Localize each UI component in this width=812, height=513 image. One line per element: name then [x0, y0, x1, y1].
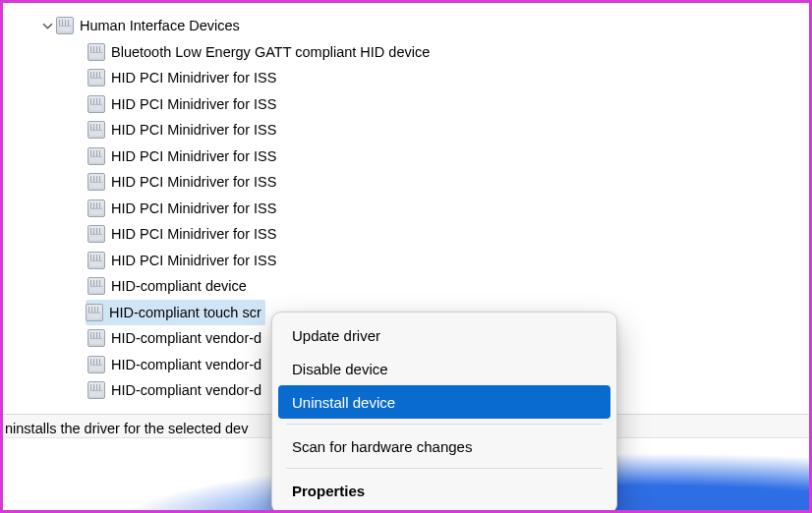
ctx-item-label: Disable device	[292, 361, 388, 377]
hid-device-icon	[87, 121, 105, 139]
ctx-separator	[286, 424, 603, 425]
hid-device-icon	[87, 225, 105, 243]
device-row[interactable]: HID PCI Minidriver for ISS	[7, 196, 809, 222]
hid-device-icon	[87, 200, 105, 217]
device-row[interactable]: HID PCI Minidriver for ISS	[7, 221, 809, 248]
hid-device-icon	[87, 147, 105, 165]
ctx-update-driver[interactable]: Update driver	[278, 318, 610, 352]
context-menu[interactable]: Update driver Disable device Uninstall d…	[271, 312, 617, 513]
device-label: HID PCI Minidriver for ISS	[111, 122, 276, 138]
hid-device-icon	[87, 381, 105, 399]
hid-device-icon	[87, 277, 105, 295]
ctx-uninstall-device[interactable]: Uninstall device	[278, 385, 610, 419]
device-label: HID-compliant vendor-d	[111, 382, 261, 398]
hid-device-icon	[87, 173, 105, 191]
device-row[interactable]: Bluetooth Low Energy GATT compliant HID …	[7, 39, 809, 66]
device-label: Bluetooth Low Energy GATT compliant HID …	[111, 44, 430, 60]
category-label: Human Interface Devices	[80, 18, 240, 33]
category-row-hid[interactable]: Human Interface Devices	[7, 13, 809, 39]
hid-device-icon	[87, 329, 105, 347]
hid-device-icon	[87, 252, 105, 269]
ctx-separator	[286, 468, 603, 469]
device-row[interactable]: HID PCI Minidriver for ISS	[7, 169, 809, 196]
ctx-item-label: Scan for hardware changes	[292, 438, 472, 455]
device-label: HID-compliant vendor-d	[111, 330, 261, 346]
hid-device-icon	[87, 43, 105, 61]
hid-device-icon	[86, 304, 103, 321]
ctx-item-label: Uninstall device	[292, 394, 395, 411]
device-label: HID-compliant touch scr	[109, 305, 261, 320]
device-row[interactable]: HID PCI Minidriver for ISS	[7, 91, 809, 118]
device-row[interactable]: HID-compliant device	[7, 273, 809, 300]
device-row[interactable]: HID PCI Minidriver for ISS	[7, 248, 809, 274]
device-row[interactable]: HID PCI Minidriver for ISS	[7, 117, 809, 143]
hid-category-icon	[56, 17, 74, 34]
device-label: HID-compliant device	[111, 278, 247, 294]
device-row[interactable]: HID PCI Minidriver for ISS	[7, 143, 809, 170]
hid-device-icon	[87, 356, 105, 373]
device-label: HID PCI Minidriver for ISS	[111, 148, 276, 164]
ctx-properties[interactable]: Properties	[278, 474, 610, 507]
device-label: HID PCI Minidriver for ISS	[111, 174, 276, 190]
device-label: HID PCI Minidriver for ISS	[111, 96, 276, 112]
ctx-disable-device[interactable]: Disable device	[278, 352, 610, 385]
device-row[interactable]: HID PCI Minidriver for ISS	[7, 65, 809, 91]
ctx-item-label: Update driver	[292, 327, 380, 344]
device-label: HID PCI Minidriver for ISS	[111, 226, 276, 242]
chevron-down-icon[interactable]	[40, 19, 54, 32]
hid-device-icon	[87, 95, 105, 113]
device-label: HID PCI Minidriver for ISS	[111, 253, 276, 268]
ctx-item-label: Properties	[292, 483, 365, 499]
ctx-scan-hardware[interactable]: Scan for hardware changes	[278, 429, 610, 463]
hid-device-icon	[87, 69, 105, 86]
status-text: ninstalls the driver for the selected de…	[5, 421, 248, 436]
device-label: HID PCI Minidriver for ISS	[111, 70, 276, 86]
device-label: HID PCI Minidriver for ISS	[111, 200, 276, 216]
device-label: HID-compliant vendor-d	[111, 357, 261, 372]
